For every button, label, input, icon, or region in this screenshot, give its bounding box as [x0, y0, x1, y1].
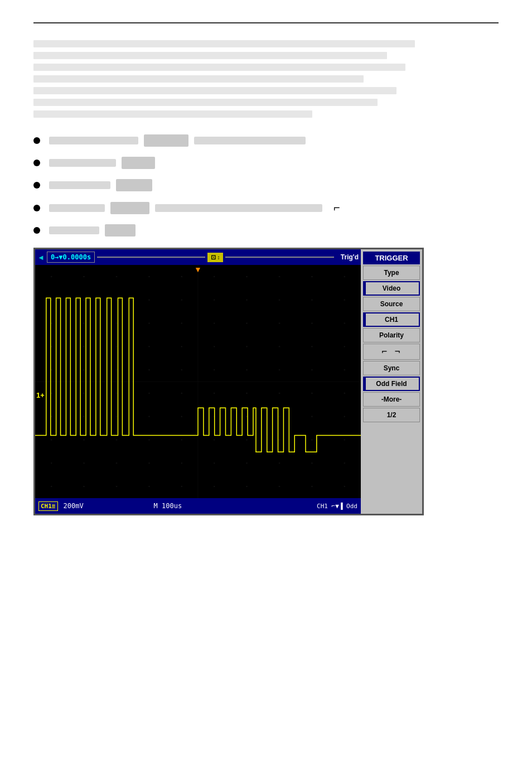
text-line-2 [33, 52, 387, 59]
bullet-text-placeholder-4b [155, 204, 322, 212]
text-line-1 [33, 40, 415, 47]
trigger-down-arrow: ▼ [194, 265, 202, 274]
bullet-text-placeholder-3 [49, 181, 110, 189]
ch1-voltage: 200mV [64, 502, 84, 510]
center-display: ⊡ ↕ [95, 253, 336, 262]
osc-top-bar: ◄ 0→▼0.0000s ⊡ ↕ Trig'd [35, 249, 361, 265]
oscilloscope-container: ◄ 0→▼0.0000s ⊡ ↕ Trig'd [33, 248, 424, 515]
trigger-page-indicator: 1/2 [363, 408, 420, 422]
bullet-dot-4 [33, 205, 40, 211]
text-line-5 [33, 87, 396, 94]
trigger-panel: TRIGGER Type Video Source CH1 Polarity ⌐… [361, 249, 422, 514]
bullet-text-placeholder-1b [194, 137, 306, 144]
bullet-text-placeholder-2 [49, 159, 116, 167]
trigger-type-label[interactable]: Type [363, 266, 420, 280]
trigger-polarity-symbol-btn[interactable]: ⌐ ¬ [363, 344, 420, 360]
text-line-3 [33, 64, 405, 71]
bullet-item-5 [33, 224, 499, 237]
bullet-text-3 [49, 179, 499, 191]
trigger-info: CH1 ⌐▼▐ Odd [317, 503, 357, 510]
bullet-gray-box-1 [144, 134, 188, 147]
trigger-header: TRIGGER [363, 252, 420, 264]
bullet-gray-box-3 [116, 179, 152, 191]
bullet-dot-1 [33, 137, 40, 144]
bullet-text-2 [49, 157, 499, 169]
ch1-bottom-label: CH1≡ [38, 501, 58, 511]
osc-bottom-bar: CH1≡ 200mV M 100us CH1 ⌐▼▐ Odd [35, 498, 361, 514]
bullet-text-1 [49, 134, 499, 147]
center-icon: ⊡ [211, 254, 216, 261]
bullet-text-placeholder-4 [49, 204, 105, 212]
center-icon-box: ⊡ ↕ [207, 253, 223, 262]
trigger-video-btn[interactable]: Video [363, 281, 420, 296]
time-base: M 100us [154, 502, 182, 510]
text-content [33, 40, 499, 118]
trigger-arrow-marker: ▼ [194, 265, 202, 274]
bullet-item-2 [33, 157, 499, 169]
bullet-item-1 [33, 134, 499, 147]
bullet-dot-5 [33, 227, 40, 234]
bullet-dot-3 [33, 182, 40, 189]
trigger-source-label[interactable]: Source [363, 297, 420, 311]
bullet-gray-box-5 [105, 224, 136, 237]
bullet-dot-2 [33, 160, 40, 166]
trigger-status: Trig'd [341, 253, 359, 261]
time-display: 0→▼0.0000s [47, 252, 95, 263]
pulse-symbol: ⌐ [333, 201, 340, 214]
osc-main-display: ◄ 0→▼0.0000s ⊡ ↕ Trig'd [35, 249, 361, 514]
arrow-left-icon: ◄ [37, 253, 45, 262]
bullet-gray-box-2 [122, 157, 155, 169]
bullet-gray-box-4 [110, 202, 149, 214]
waveform-svg [35, 265, 361, 498]
osc-grid [35, 265, 361, 498]
bullet-item-3 [33, 179, 499, 191]
oscilloscope: ◄ 0→▼0.0000s ⊡ ↕ Trig'd [33, 248, 424, 515]
bullet-text-placeholder-5 [49, 226, 99, 234]
trigger-polarity-label[interactable]: Polarity [363, 328, 420, 342]
bullet-text-4: ⌐ [49, 201, 499, 214]
trigger-more-btn[interactable]: -More- [363, 392, 420, 407]
bullet-section: ⌐ [33, 134, 499, 237]
bullet-text-placeholder-1 [49, 137, 138, 144]
page-container: ⌐ ◄ 0→▼0.0000s [0, 0, 532, 772]
text-line-6 [33, 99, 378, 106]
ch1-marker: 1+ [36, 390, 45, 399]
text-line-7 [33, 110, 312, 118]
text-line-4 [33, 75, 364, 83]
trigger-sync-label[interactable]: Sync [363, 361, 420, 375]
bullet-item-4: ⌐ [33, 201, 499, 214]
bullet-text-5 [49, 224, 499, 237]
top-rule [33, 22, 499, 23]
trigger-ch1-btn[interactable]: CH1 [363, 312, 420, 327]
trigger-odd-field-btn[interactable]: Odd Field [363, 377, 420, 391]
center-icon-arrow: ↕ [217, 254, 220, 260]
